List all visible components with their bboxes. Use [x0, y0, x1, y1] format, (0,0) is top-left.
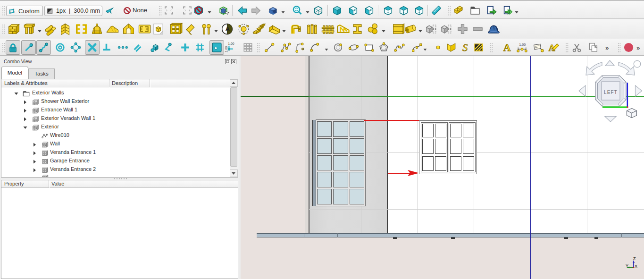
svg-text:X: X — [635, 264, 637, 269]
svg-text:LEFT: LEFT — [604, 90, 618, 95]
